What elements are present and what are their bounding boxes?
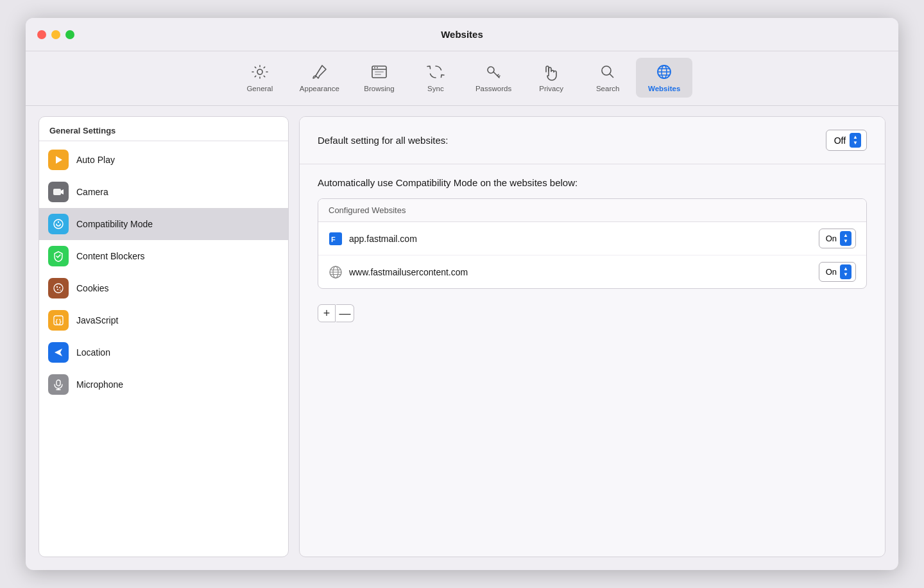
camera-icon [48, 182, 69, 202]
paintbrush-icon [311, 63, 329, 81]
svg-point-19 [57, 289, 58, 290]
svg-point-14 [54, 220, 63, 229]
websites-table: Configured Websites F app.fastmail.com [318, 198, 867, 289]
sidebar-item-autoplay[interactable]: Auto Play [39, 144, 288, 176]
toolbar: General Appearance Browsing [26, 51, 898, 105]
tab-passwords[interactable]: Passwords [464, 58, 523, 98]
sidebar-item-javascript-label: JavaScript [76, 315, 118, 325]
tab-sync-label: Sync [427, 85, 444, 92]
sidebar-item-microphone-label: Microphone [76, 379, 123, 390]
row1-left: F app.fastmail.com [329, 232, 417, 246]
content-blockers-icon [48, 246, 69, 266]
svg-rect-12 [53, 189, 61, 195]
svg-point-15 [58, 221, 59, 223]
cookies-icon [48, 278, 69, 298]
row2-left: www.fastmailusercontent.com [329, 265, 468, 279]
main-panel: Default setting for all websites: Off ▲ … [299, 116, 886, 557]
javascript-icon: {} [48, 310, 69, 331]
add-website-button[interactable]: + [318, 304, 336, 322]
row1-value-select[interactable]: On ▲ ▼ [819, 229, 856, 248]
svg-text:{}: {} [55, 318, 62, 325]
tab-browsing[interactable]: Browsing [351, 58, 407, 98]
content-area: General Settings Auto Play [26, 106, 898, 570]
window-controls [37, 30, 74, 39]
close-button[interactable] [37, 30, 46, 39]
chevron-down-icon: ▼ [853, 141, 858, 146]
gear-icon [251, 63, 269, 81]
svg-marker-23 [55, 349, 62, 356]
sidebar-item-cookies-label: Cookies [76, 283, 109, 293]
search-icon [599, 63, 617, 81]
tab-websites[interactable]: Websites [636, 58, 692, 98]
chevron-up-icon: ▲ [843, 233, 848, 238]
chevron-down-icon: ▼ [843, 272, 848, 277]
chevron-down-icon: ▼ [843, 239, 848, 244]
select-arrows: ▲ ▼ [850, 133, 861, 148]
sidebar-item-content-blockers-label: Content Blockers [76, 251, 145, 261]
remove-website-button[interactable]: — [336, 304, 354, 322]
sidebar-item-cookies[interactable]: Cookies [39, 272, 288, 304]
compat-description: Automatically use Compatibility Mode on … [318, 177, 867, 188]
svg-marker-13 [61, 189, 64, 195]
tab-general[interactable]: General [232, 58, 288, 98]
tab-general-label: General [246, 85, 273, 92]
autoplay-icon [48, 150, 69, 170]
tab-search[interactable]: Search [579, 58, 636, 98]
sidebar-item-compatibility-label: Compatibility Mode [76, 219, 153, 229]
default-value-select[interactable]: Off ▲ ▼ [826, 130, 867, 151]
browser-icon [370, 63, 388, 81]
row1-site: app.fastmail.com [349, 234, 417, 244]
svg-point-2 [374, 67, 375, 69]
tab-browsing-label: Browsing [364, 85, 394, 92]
sidebar-item-location[interactable]: Location [39, 336, 288, 368]
minimize-button[interactable] [51, 30, 60, 39]
tab-websites-label: Websites [648, 85, 680, 92]
table-row: www.fastmailusercontent.com On ▲ ▼ [318, 255, 866, 288]
row2-select-arrows: ▲ ▼ [840, 264, 851, 279]
table-row: F app.fastmail.com On ▲ ▼ [318, 222, 866, 255]
sidebar-item-microphone[interactable]: Microphone [39, 368, 288, 401]
svg-point-16 [54, 284, 63, 293]
tab-sync[interactable]: Sync [407, 58, 464, 98]
row2-value-select[interactable]: On ▲ ▼ [819, 262, 856, 282]
svg-rect-5 [375, 74, 381, 75]
tab-passwords-label: Passwords [475, 85, 511, 92]
bottom-bar: + — [300, 297, 885, 330]
svg-point-17 [56, 286, 58, 288]
location-icon [48, 342, 69, 363]
sidebar-item-camera[interactable]: Camera [39, 176, 288, 208]
svg-point-18 [59, 287, 60, 288]
microphone-icon [48, 374, 69, 395]
sidebar: General Settings Auto Play [38, 116, 289, 557]
compatibility-icon [48, 214, 69, 234]
svg-rect-24 [56, 380, 60, 386]
tab-privacy[interactable]: Privacy [523, 58, 579, 98]
tab-appearance-label: Appearance [300, 85, 339, 92]
sidebar-divider [39, 141, 288, 141]
sidebar-item-javascript[interactable]: {} JavaScript [39, 304, 288, 336]
tab-privacy-label: Privacy [539, 85, 563, 92]
tab-appearance[interactable]: Appearance [288, 58, 351, 98]
compat-section: Automatically use Compatibility Mode on … [300, 164, 885, 297]
row2-site: www.fastmailusercontent.com [349, 267, 468, 277]
sidebar-item-content-blockers[interactable]: Content Blockers [39, 240, 288, 272]
maximize-button[interactable] [65, 30, 74, 39]
default-setting-section: Default setting for all websites: Off ▲ … [300, 117, 885, 164]
default-value-text: Off [834, 135, 846, 146]
svg-point-3 [377, 67, 378, 69]
svg-rect-4 [375, 71, 384, 73]
sidebar-item-location-label: Location [76, 347, 110, 358]
window-title: Websites [441, 29, 483, 40]
sync-icon [427, 63, 445, 81]
chevron-up-icon: ▲ [853, 135, 858, 140]
row1-value: On [826, 234, 837, 243]
sidebar-item-camera-label: Camera [76, 187, 108, 197]
sidebar-item-compatibility[interactable]: Compatibility Mode [39, 208, 288, 240]
default-setting-label: Default setting for all websites: [318, 135, 448, 146]
sidebar-header: General Settings [39, 117, 288, 141]
row1-select-arrows: ▲ ▼ [840, 231, 851, 246]
row2-value: On [826, 267, 837, 277]
titlebar: Websites [26, 18, 898, 51]
table-header: Configured Websites [318, 199, 866, 222]
svg-point-20 [60, 290, 61, 291]
